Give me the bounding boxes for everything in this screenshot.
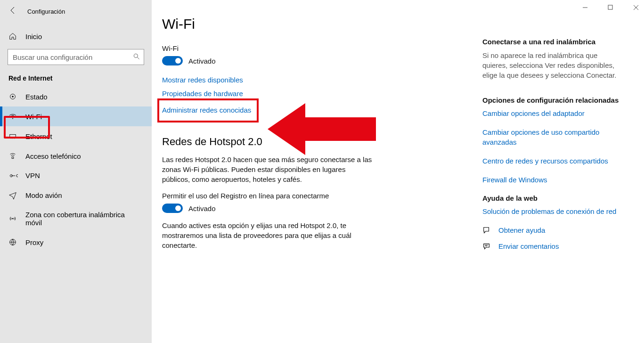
svg-rect-4 (10, 134, 16, 138)
main-panel: Wi-Fi Wi-Fi Activado Mostrar redes dispo… (162, 16, 473, 343)
sidebar-item-dialup[interactable]: Acceso telefónico (0, 146, 152, 166)
wifi-toggle-row: Activado (162, 56, 473, 65)
window-controls (578, 2, 643, 13)
airplane-icon (8, 191, 22, 199)
hotspot-toggle-state: Activado (188, 204, 216, 212)
sidebar-item-wifi[interactable]: Wi-Fi (0, 106, 152, 126)
wifi-toggle-state: Activado (188, 57, 216, 65)
status-icon (8, 92, 22, 101)
sidebar-item-ethernet[interactable]: Ethernet (0, 126, 152, 146)
wifi-toggle[interactable] (162, 56, 183, 65)
help-icon (482, 226, 492, 235)
sidebar-item-proxy[interactable]: Proxy (0, 232, 152, 252)
sidebar-item-label: Ethernet (25, 132, 52, 140)
sidebar-item-label: Acceso telefónico (25, 152, 81, 160)
wifi-label: Wi-Fi (162, 44, 473, 52)
page-title: Wi-Fi (162, 16, 473, 32)
hotspot-permit-label: Permitir el uso del Registro en línea pa… (162, 192, 473, 200)
help-link[interactable]: Solución de problemas de conexión de red (482, 207, 619, 216)
back-icon[interactable] (8, 6, 24, 17)
help-head: Ayuda de la web (482, 194, 619, 202)
svg-rect-9 (608, 5, 612, 9)
connect-head: Conectarse a una red inalámbrica (482, 38, 619, 46)
get-help-row[interactable]: Obtener ayuda (482, 226, 619, 235)
sidebar-item-label: Modo avión (25, 191, 62, 199)
related-head: Opciones de configuración relacionadas (482, 96, 619, 104)
sidebar-item-vpn[interactable]: VPN (0, 166, 152, 185)
wifi-links: Mostrar redes disponibles Propiedades de… (162, 73, 473, 120)
sidebar-item-estado[interactable]: Estado (0, 87, 152, 106)
sidebar-item-label: VPN (25, 172, 40, 180)
maximize-button[interactable] (603, 2, 618, 13)
sidebar-item-label: Wi-Fi (25, 113, 42, 121)
home-label: Inicio (25, 33, 42, 41)
related-link-firewall[interactable]: Firewall de Windows (482, 175, 619, 185)
related-link-center[interactable]: Centro de redes y recursos compartidos (482, 156, 619, 166)
nav-list: Estado Wi-Fi Ethernet Acceso telefónico … (0, 87, 152, 252)
close-button[interactable] (629, 2, 643, 13)
show-networks-link[interactable]: Mostrar redes disponibles (162, 76, 243, 84)
svg-point-3 (12, 118, 13, 119)
feedback-icon (482, 242, 492, 251)
svg-point-0 (134, 54, 138, 57)
topbar: Configuración (0, 4, 152, 26)
proxy-icon (8, 238, 22, 246)
hardware-props-link[interactable]: Propiedades de hardware (162, 90, 243, 98)
search-box (8, 49, 144, 65)
hotspot-desc: Las redes Hotspot 2.0 hacen que sea más … (162, 155, 374, 184)
window-title: Configuración (27, 8, 65, 15)
sidebar: Configuración Inicio Red e Internet Esta… (0, 0, 152, 343)
sidebar-item-hotspot[interactable]: Zona con cobertura inalámbrica móvil (0, 205, 152, 232)
hotspot-icon (8, 214, 22, 223)
svg-point-6 (12, 218, 14, 220)
sidebar-item-label: Estado (25, 93, 48, 101)
highlight-box-manage (157, 98, 259, 122)
hotspot-desc2: Cuando actives esta opción y elijas una … (162, 220, 374, 250)
related-link-sharing[interactable]: Cambiar opciones de uso compartido avanz… (482, 128, 619, 147)
sidebar-item-label: Proxy (25, 238, 43, 246)
hotspot-heading: Redes de Hotspot 2.0 (162, 136, 473, 148)
get-help-link[interactable]: Obtener ayuda (498, 226, 545, 234)
svg-rect-5 (12, 157, 14, 159)
right-rail: Conectarse a una red inalámbrica Si no a… (473, 16, 619, 343)
sidebar-item-airplane[interactable]: Modo avión (0, 185, 152, 205)
search-input[interactable] (8, 49, 144, 65)
section-title: Red e Internet (0, 72, 152, 87)
search-icon (133, 53, 140, 62)
content: Wi-Fi Wi-Fi Activado Mostrar redes dispo… (152, 0, 644, 343)
dialup-icon (8, 152, 22, 160)
home-icon (8, 32, 22, 41)
hotspot-toggle-row: Activado (162, 204, 473, 213)
home-row[interactable]: Inicio (0, 26, 152, 46)
connect-text: Si no aparece la red inalámbrica que qui… (482, 50, 619, 80)
ethernet-icon (8, 132, 22, 140)
related-link-adapter[interactable]: Cambiar opciones del adaptador (482, 109, 619, 118)
feedback-row[interactable]: Enviar comentarios (482, 242, 619, 251)
minimize-button[interactable] (578, 2, 592, 13)
vpn-icon (8, 172, 22, 179)
wifi-icon (8, 112, 22, 121)
hotspot-toggle[interactable] (162, 204, 183, 213)
sidebar-item-label: Zona con cobertura inalámbrica móvil (25, 211, 143, 227)
svg-point-2 (12, 96, 14, 98)
feedback-link[interactable]: Enviar comentarios (498, 242, 559, 250)
